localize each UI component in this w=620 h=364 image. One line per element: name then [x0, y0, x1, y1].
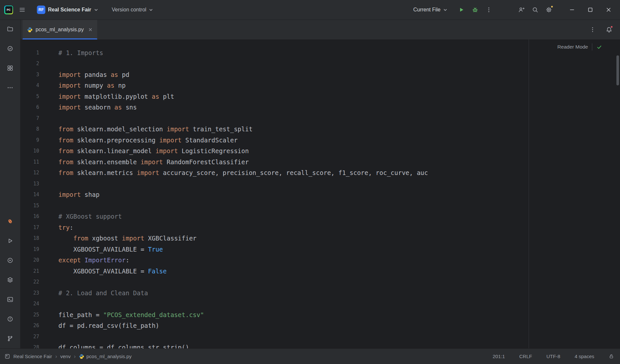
line-number[interactable]: 18 [21, 235, 58, 241]
code-line[interactable]: 1# 1. Imports [21, 47, 620, 58]
commit-tool-button[interactable] [4, 43, 16, 54]
minimize-button[interactable] [564, 3, 580, 16]
run-configuration-widget[interactable]: Current File [410, 4, 450, 16]
line-number[interactable]: 16 [21, 213, 58, 219]
code-line[interactable]: 8from sklearn.model_selection import tra… [21, 124, 620, 135]
code-line[interactable]: 23# 2. Load and Clean Data [21, 287, 620, 298]
tab-close-icon[interactable] [88, 27, 93, 32]
line-number[interactable]: 23 [21, 290, 58, 296]
line-number[interactable]: 11 [21, 159, 58, 165]
code-line[interactable]: 24 [21, 298, 620, 310]
reader-mode-widget[interactable]: Reader Mode [557, 43, 602, 51]
line-number[interactable]: 3 [21, 72, 58, 78]
line-number[interactable]: 8 [21, 126, 58, 132]
code-line[interactable]: 20except ImportError: [21, 255, 620, 266]
code-line[interactable]: 27 [21, 331, 620, 342]
line-number[interactable]: 15 [21, 203, 58, 209]
more-actions-button[interactable] [483, 4, 495, 16]
file-lock-icon[interactable] [609, 354, 614, 359]
code-line[interactable]: 17try: [21, 222, 620, 233]
inspections-check-icon[interactable] [596, 44, 602, 50]
code-line[interactable]: 3import pandas as pd [21, 69, 620, 80]
tab-pcos-ml-analysis[interactable]: pcos_ml_analysis.py [23, 20, 97, 39]
services-tool-button[interactable] [4, 255, 16, 266]
caret-position-widget[interactable]: 201:1 [493, 354, 505, 359]
line-number[interactable]: 12 [21, 170, 58, 176]
code-line[interactable]: 26df = pd.read_csv(file_path) [21, 320, 620, 331]
code-line[interactable]: 6import seaborn as sns [21, 102, 620, 113]
code-line[interactable]: 12from sklearn.metrics import accuracy_s… [21, 167, 620, 179]
line-separator-widget[interactable]: CRLF [519, 354, 532, 359]
line-number[interactable]: 7 [21, 115, 58, 121]
indent-widget[interactable]: 4 spaces [575, 354, 594, 359]
vcs-widget[interactable]: Version control [109, 4, 156, 16]
line-number[interactable]: 14 [21, 192, 58, 197]
code-line[interactable]: 4import numpy as np [21, 80, 620, 91]
scrollbar-thumb[interactable] [616, 55, 619, 85]
terminal-tool-button[interactable] [4, 294, 16, 305]
maximize-icon [587, 7, 594, 13]
line-number[interactable]: 27 [21, 334, 58, 340]
line-number[interactable]: 13 [21, 181, 58, 187]
code-line[interactable]: 7 [21, 113, 620, 124]
code-with-me-button[interactable] [516, 4, 527, 16]
line-number[interactable]: 20 [21, 257, 58, 263]
breadcrumb-project[interactable]: Real Science Fair [13, 354, 52, 359]
code-line[interactable]: 25file_path = "PCOS_extended_dataset.csv… [21, 309, 620, 320]
python-packages-tool-button[interactable] [4, 274, 16, 286]
debug-button[interactable] [469, 4, 481, 16]
problems-tool-button[interactable] [4, 313, 16, 325]
notifications-button[interactable] [603, 24, 615, 36]
breadcrumb-file[interactable]: pcos_ml_analysis.py [79, 354, 132, 359]
line-number[interactable]: 4 [21, 82, 58, 88]
encoding-widget[interactable]: UTF-8 [546, 354, 560, 359]
problems-icon [7, 316, 13, 322]
line-number[interactable]: 21 [21, 268, 58, 274]
run-outline-icon [7, 238, 13, 244]
line-number[interactable]: 24 [21, 301, 58, 307]
code-line[interactable]: 19 XGBOOST_AVAILABLE = True [21, 244, 620, 255]
code-line[interactable]: 16# XGBoost support [21, 211, 620, 222]
code-line[interactable]: 9from sklearn.preprocessing import Stand… [21, 135, 620, 146]
bean-plugin-button[interactable] [4, 215, 16, 227]
run-button[interactable] [456, 4, 467, 16]
code-line[interactable]: 14import shap [21, 189, 620, 200]
code-line[interactable]: 22 [21, 277, 620, 288]
reader-mode-label[interactable]: Reader Mode [557, 44, 588, 50]
code-line[interactable]: 15 [21, 200, 620, 211]
line-number[interactable]: 28 [21, 344, 58, 348]
line-number[interactable]: 25 [21, 312, 58, 318]
tab-bar-more-button[interactable] [587, 24, 598, 36]
line-number[interactable]: 9 [21, 137, 58, 143]
code-line[interactable]: 28df.columns = df.columns.str.strip() [21, 342, 620, 349]
line-number[interactable]: 1 [21, 50, 58, 56]
run-tool-button[interactable] [4, 235, 16, 247]
line-number[interactable]: 26 [21, 323, 58, 328]
code-line[interactable]: 11from sklearn.ensemble import RandomFor… [21, 156, 620, 167]
line-number[interactable]: 2 [21, 61, 58, 66]
code-line[interactable]: 18 from xgboost import XGBClassifier [21, 233, 620, 244]
line-number[interactable]: 6 [21, 104, 58, 110]
line-number[interactable]: 17 [21, 225, 58, 230]
code-editor[interactable]: 1# 1. Imports23import pandas as pd4impor… [21, 39, 620, 348]
project-widget[interactable]: RF Real Science Fair [34, 4, 101, 16]
code-line[interactable]: 10from sklearn.linear_model import Logis… [21, 146, 620, 157]
more-tool-windows-button[interactable] [4, 82, 16, 94]
code-line[interactable]: 21 XGBOOST_AVAILABLE = False [21, 266, 620, 277]
settings-button[interactable] [543, 4, 555, 16]
version-control-tool-button[interactable] [4, 333, 16, 344]
main-menu-button[interactable] [16, 4, 28, 16]
code-line[interactable]: 13 [21, 178, 620, 189]
line-number[interactable]: 10 [21, 148, 58, 154]
structure-tool-button[interactable] [4, 62, 16, 74]
close-window-button[interactable] [600, 3, 617, 16]
project-tool-button[interactable] [4, 23, 16, 35]
code-line[interactable]: 5import matplotlib.pyplot as plt [21, 91, 620, 102]
line-number[interactable]: 5 [21, 94, 58, 99]
breadcrumb-folder[interactable]: venv [60, 354, 71, 359]
code-line[interactable]: 2 [21, 58, 620, 69]
search-everywhere-button[interactable] [529, 4, 541, 16]
maximize-button[interactable] [582, 3, 598, 16]
line-number[interactable]: 22 [21, 279, 58, 285]
line-number[interactable]: 19 [21, 246, 58, 252]
